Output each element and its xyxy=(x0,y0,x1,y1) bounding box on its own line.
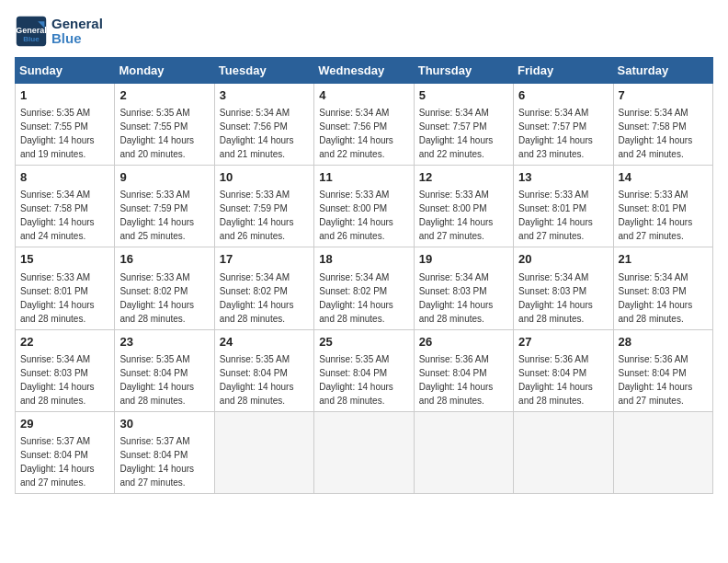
calendar-day-28: 28Sunrise: 5:36 AMSunset: 8:04 PMDayligh… xyxy=(613,329,712,411)
calendar-day-25: 25Sunrise: 5:35 AMSunset: 8:04 PMDayligh… xyxy=(314,329,414,411)
calendar-day-5: 5Sunrise: 5:34 AMSunset: 7:57 PMDaylight… xyxy=(414,84,513,166)
calendar-week-3: 15Sunrise: 5:33 AMSunset: 8:01 PMDayligh… xyxy=(16,247,713,329)
calendar-day-26: 26Sunrise: 5:36 AMSunset: 8:04 PMDayligh… xyxy=(414,329,513,411)
svg-text:Blue: Blue xyxy=(23,35,40,43)
day-header-saturday: Saturday xyxy=(613,58,712,84)
logo-icon: General Blue xyxy=(15,15,48,48)
svg-text:General: General xyxy=(16,26,47,35)
logo-text-line1: General xyxy=(51,17,103,32)
calendar-day-8: 8Sunrise: 5:34 AMSunset: 7:58 PMDaylight… xyxy=(16,166,115,247)
calendar-day-2: 2Sunrise: 5:35 AMSunset: 7:55 PMDaylight… xyxy=(115,84,214,166)
day-header-friday: Friday xyxy=(514,58,613,84)
calendar-header-row: SundayMondayTuesdayWednesdayThursdayFrid… xyxy=(16,58,713,84)
day-header-monday: Monday xyxy=(115,58,214,84)
calendar-day-3: 3Sunrise: 5:34 AMSunset: 7:56 PMDaylight… xyxy=(214,84,313,166)
calendar-empty xyxy=(613,411,712,493)
calendar-empty xyxy=(514,411,613,493)
calendar-body: 1Sunrise: 5:35 AMSunset: 7:55 PMDaylight… xyxy=(16,84,713,494)
calendar-day-1: 1Sunrise: 5:35 AMSunset: 7:55 PMDaylight… xyxy=(16,84,115,166)
calendar-day-12: 12Sunrise: 5:33 AMSunset: 8:00 PMDayligh… xyxy=(414,166,513,247)
calendar-day-11: 11Sunrise: 5:33 AMSunset: 8:00 PMDayligh… xyxy=(314,166,414,247)
calendar-day-21: 21Sunrise: 5:34 AMSunset: 8:03 PMDayligh… xyxy=(613,247,712,329)
calendar-day-13: 13Sunrise: 5:33 AMSunset: 8:01 PMDayligh… xyxy=(514,166,613,247)
calendar-day-20: 20Sunrise: 5:34 AMSunset: 8:03 PMDayligh… xyxy=(514,247,613,329)
calendar-day-24: 24Sunrise: 5:35 AMSunset: 8:04 PMDayligh… xyxy=(214,329,313,411)
calendar-empty xyxy=(314,411,414,493)
calendar-day-19: 19Sunrise: 5:34 AMSunset: 8:03 PMDayligh… xyxy=(414,247,513,329)
day-header-tuesday: Tuesday xyxy=(214,58,313,84)
calendar-week-5: 29Sunrise: 5:37 AMSunset: 8:04 PMDayligh… xyxy=(16,411,713,493)
logo-text-line2: Blue xyxy=(51,31,103,47)
calendar-empty xyxy=(214,411,313,493)
calendar-week-1: 1Sunrise: 5:35 AMSunset: 7:55 PMDaylight… xyxy=(16,84,713,166)
day-header-thursday: Thursday xyxy=(414,58,513,84)
calendar-day-17: 17Sunrise: 5:34 AMSunset: 8:02 PMDayligh… xyxy=(214,247,313,329)
calendar-day-15: 15Sunrise: 5:33 AMSunset: 8:01 PMDayligh… xyxy=(16,247,115,329)
calendar-week-4: 22Sunrise: 5:34 AMSunset: 8:03 PMDayligh… xyxy=(16,329,713,411)
calendar-week-2: 8Sunrise: 5:34 AMSunset: 7:58 PMDaylight… xyxy=(16,166,713,247)
logo: General Blue General Blue xyxy=(15,15,103,48)
calendar-day-29: 29Sunrise: 5:37 AMSunset: 8:04 PMDayligh… xyxy=(16,411,115,493)
calendar-day-27: 27Sunrise: 5:36 AMSunset: 8:04 PMDayligh… xyxy=(514,329,613,411)
calendar-day-16: 16Sunrise: 5:33 AMSunset: 8:02 PMDayligh… xyxy=(115,247,214,329)
calendar-day-4: 4Sunrise: 5:34 AMSunset: 7:56 PMDaylight… xyxy=(314,84,414,166)
calendar-day-10: 10Sunrise: 5:33 AMSunset: 7:59 PMDayligh… xyxy=(214,166,313,247)
calendar-table: SundayMondayTuesdayWednesdayThursdayFrid… xyxy=(15,57,713,494)
calendar-day-22: 22Sunrise: 5:34 AMSunset: 8:03 PMDayligh… xyxy=(16,329,115,411)
calendar-empty xyxy=(414,411,513,493)
calendar-day-30: 30Sunrise: 5:37 AMSunset: 8:04 PMDayligh… xyxy=(115,411,214,493)
page-header: General Blue General Blue xyxy=(15,15,713,48)
calendar-day-7: 7Sunrise: 5:34 AMSunset: 7:58 PMDaylight… xyxy=(613,84,712,166)
calendar-day-9: 9Sunrise: 5:33 AMSunset: 7:59 PMDaylight… xyxy=(115,166,214,247)
day-header-wednesday: Wednesday xyxy=(314,58,414,84)
day-header-sunday: Sunday xyxy=(16,58,115,84)
calendar-day-23: 23Sunrise: 5:35 AMSunset: 8:04 PMDayligh… xyxy=(115,329,214,411)
calendar-day-6: 6Sunrise: 5:34 AMSunset: 7:57 PMDaylight… xyxy=(514,84,613,166)
calendar-day-18: 18Sunrise: 5:34 AMSunset: 8:02 PMDayligh… xyxy=(314,247,414,329)
calendar-day-14: 14Sunrise: 5:33 AMSunset: 8:01 PMDayligh… xyxy=(613,166,712,247)
